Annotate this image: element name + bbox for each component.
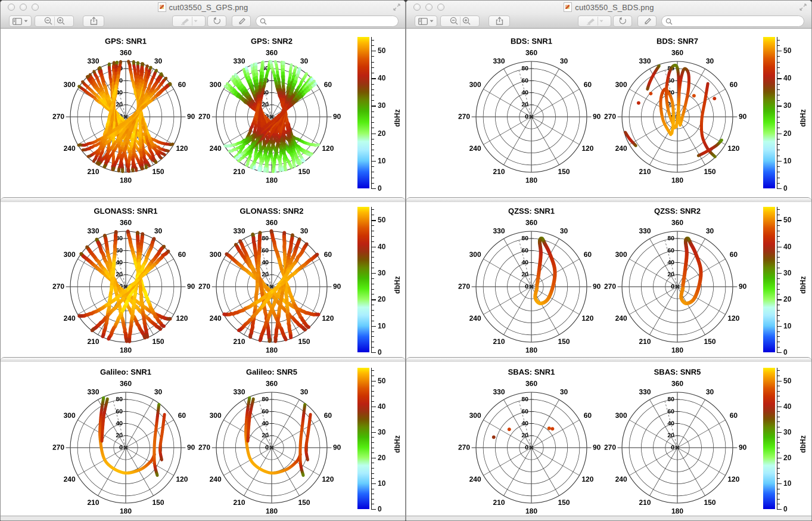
colorbar-major-tick (777, 78, 782, 79)
colorbar-minor-tick (371, 128, 374, 128)
colorbar-minor-tick (777, 150, 780, 150)
colorbar-minor-tick (777, 241, 780, 242)
edit-pencil-icon (643, 17, 652, 26)
colorbar-minor-tick (371, 56, 374, 57)
colorbar-tick-label: 20 (378, 129, 385, 138)
colorbar-minor-tick (777, 289, 780, 290)
rotate-left-button[interactable] (613, 15, 632, 27)
colorbar-minor-tick (371, 257, 374, 258)
colorbar-minor-tick (371, 442, 374, 443)
share-button[interactable] (489, 15, 510, 27)
stacked-window-top-edge (406, 357, 811, 362)
colorbar-minor-tick (777, 84, 780, 85)
colorbar-minor-tick (777, 448, 780, 448)
colorbar-minor-tick (777, 396, 780, 396)
plot-row: 01020304050dbHz (1, 202, 405, 357)
colorbar-minor-tick (371, 45, 374, 46)
colorbar-minor-tick (777, 370, 780, 371)
colorbar-gradient (357, 368, 369, 509)
colorbar: 01020304050dbHz (755, 37, 812, 192)
colorbar-minor-tick (371, 391, 374, 392)
titlebar[interactable]: cut03550_S_GPS.png (1, 1, 405, 14)
colorbar-minor-tick (371, 401, 374, 402)
window-title: cut03550_S_GPS.png (169, 3, 248, 12)
colorbar-minor-tick (371, 386, 374, 386)
colorbar-minor-tick (777, 62, 780, 63)
colorbar-minor-tick (777, 178, 780, 178)
colorbar-tick-label: 50 (378, 377, 385, 385)
search-field[interactable] (256, 15, 399, 27)
window-content: 01020304050dbHz 01020304050dbHz 01020304… (406, 29, 811, 513)
colorbar-minor-tick (777, 473, 780, 474)
colorbar-minor-tick (371, 268, 374, 268)
share-button[interactable] (83, 15, 104, 27)
colorbar-minor-tick (371, 347, 374, 348)
colorbar-minor-tick (777, 209, 780, 210)
titlebar[interactable]: cut03550_S_BDS.png (406, 1, 811, 14)
colorbar-tick-label: 20 (378, 454, 385, 462)
colorbar-minor-tick (371, 376, 374, 376)
colorbar-major-tick (371, 247, 376, 247)
colorbar-major-tick (777, 326, 782, 327)
chevron-down-icon (599, 20, 603, 23)
colorbar-unit-label: dbHz (393, 110, 402, 127)
colorbar-minor-tick (777, 156, 780, 156)
colorbar-tick-label: 10 (783, 157, 791, 165)
zoom-in-icon[interactable] (56, 17, 66, 26)
plot-row: 01020304050dbHz (1, 362, 405, 513)
colorbar-major-tick (777, 407, 782, 407)
colorbar-tick-label: 50 (783, 46, 791, 55)
edit-button[interactable] (232, 15, 251, 27)
colorbar-minor-tick (777, 252, 780, 252)
search-icon (665, 18, 673, 25)
search-input[interactable] (673, 17, 794, 26)
colorbar-axis (777, 207, 777, 352)
share-icon (495, 17, 504, 26)
colorbar-tick-label: 0 (783, 184, 788, 193)
colorbar-minor-tick (777, 139, 780, 139)
toolbar (1, 14, 405, 29)
colorbar-tick-label: 10 (378, 479, 385, 488)
markup-button[interactable] (578, 15, 611, 27)
colorbar-tick-label: 40 (783, 402, 791, 411)
sidebar-view-button[interactable] (9, 15, 32, 27)
colorbar-minor-tick (777, 45, 780, 46)
colorbar-major-tick (777, 432, 782, 433)
colorbar-minor-tick (777, 172, 780, 172)
zoom-out-icon[interactable] (43, 17, 53, 26)
colorbar-minor-tick (777, 489, 780, 489)
rotate-left-button[interactable] (207, 15, 226, 27)
rotate-left-icon (213, 17, 221, 26)
colorbar-major-tick (371, 134, 376, 134)
fullscreen-icon[interactable] (799, 4, 807, 11)
colorbar-gradient (763, 207, 775, 352)
colorbar-minor-tick (777, 117, 780, 117)
colorbar-minor-tick (371, 117, 374, 117)
search-field[interactable] (661, 15, 804, 27)
colorbar-minor-tick (371, 262, 374, 263)
fullscreen-icon[interactable] (393, 4, 400, 11)
sidebar-view-button[interactable] (415, 15, 437, 27)
edit-button[interactable] (637, 15, 657, 27)
colorbar-minor-tick (777, 144, 780, 145)
colorbar-major-tick (777, 134, 782, 134)
colorbar-minor-tick (371, 231, 374, 231)
colorbar-tick-label: 10 (378, 322, 385, 330)
zoom-in-icon[interactable] (462, 17, 471, 26)
markup-button[interactable] (172, 15, 206, 27)
plot-row: 01020304050dbHz (1, 29, 405, 197)
colorbar-minor-tick (371, 252, 374, 252)
colorbar-minor-tick (371, 183, 374, 184)
colorbar-minor-tick (777, 257, 780, 258)
chevron-down-icon (24, 20, 28, 23)
colorbar-minor-tick (777, 499, 780, 500)
colorbar-minor-tick (777, 331, 780, 332)
colorbar-major-tick (777, 483, 782, 484)
colorbar-minor-tick (777, 268, 780, 268)
colorbar-major-tick (777, 161, 782, 162)
zoom-out-icon[interactable] (449, 17, 459, 26)
skyplot-sbas-snr1 (457, 364, 606, 515)
colorbar-tick-label: 0 (783, 505, 788, 513)
colorbar-minor-tick (777, 67, 780, 68)
search-input[interactable] (267, 17, 388, 26)
